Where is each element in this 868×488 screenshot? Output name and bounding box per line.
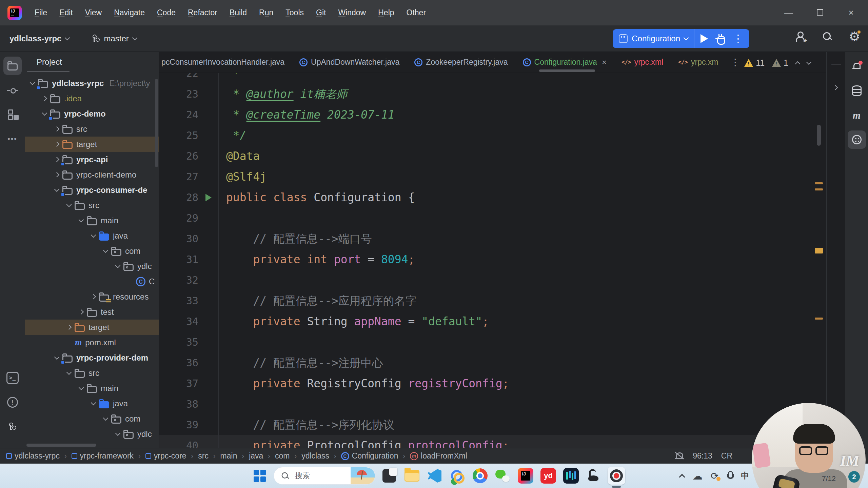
- tree-row-resources[interactable]: resources: [25, 289, 159, 304]
- taskbar-app-wechat[interactable]: [494, 467, 512, 485]
- project-selector[interactable]: ydlclass-yrpc: [5, 30, 74, 47]
- taskbar-app-snip[interactable]: [380, 467, 398, 485]
- breadcrumb-item-ydlclass-yrpc[interactable]: ydlclass-yrpc: [6, 451, 60, 461]
- chevron-down-icon[interactable]: [79, 217, 84, 222]
- taskbar-app-start[interactable]: [251, 467, 269, 485]
- tab-list-more-icon[interactable]: ⋮: [731, 57, 740, 68]
- chevron-right-icon[interactable]: [54, 157, 60, 162]
- menu-item-code[interactable]: Code: [157, 8, 176, 17]
- chevron-down-icon[interactable]: [66, 369, 72, 375]
- stripe-maven-button[interactable]: m: [848, 106, 866, 124]
- tree-row-test[interactable]: test: [25, 304, 159, 320]
- inspections-widget[interactable]: ! 11 ! 1: [744, 58, 811, 68]
- chevron-down-icon[interactable]: [103, 415, 108, 421]
- breadcrumb-item-Configuration[interactable]: CConfiguration: [341, 451, 398, 461]
- editor-tab-UpAndDownWatcher.java[interactable]: CUpAndDownWatcher.java: [292, 52, 407, 73]
- cloud-icon[interactable]: ☁: [692, 470, 703, 482]
- stripe-more-button[interactable]: •••: [3, 130, 22, 148]
- breadcrumb-item-loadFromXml[interactable]: mloadFromXml: [410, 451, 467, 461]
- chevron-right-icon[interactable]: [54, 126, 60, 132]
- breadcrumb-item-java[interactable]: java: [249, 451, 263, 461]
- menu-item-edit[interactable]: Edit: [59, 8, 73, 17]
- editor-tab-yrpc.xml[interactable]: </>yrpc.xml: [614, 52, 671, 73]
- hide-window-icon[interactable]: —: [831, 58, 841, 69]
- chevron-down-icon[interactable]: [91, 400, 96, 405]
- chevron-down-icon[interactable]: [115, 263, 121, 268]
- tab-strip-scrollbar[interactable]: [539, 69, 595, 72]
- tree-row-main[interactable]: main: [25, 381, 159, 396]
- warning-stripe-mark[interactable]: [815, 188, 823, 190]
- chevron-down-icon[interactable]: [115, 430, 121, 436]
- project-tree-hscrollbar[interactable]: [26, 444, 96, 447]
- editor-tab-yrpc.xm[interactable]: </>yrpc.xm: [671, 52, 726, 73]
- vcs-branch-widget[interactable]: master: [87, 30, 141, 47]
- menu-item-navigate[interactable]: Navigate: [114, 8, 145, 17]
- menu-item-help[interactable]: Help: [378, 8, 394, 17]
- editor-tab-pcConsumerInvocationHandler.java[interactable]: pcConsumerInvocationHandler.java: [159, 52, 292, 73]
- taskbar-app-waves[interactable]: [562, 467, 580, 485]
- caret-position-label[interactable]: 96:13: [693, 451, 712, 461]
- tree-row-src[interactable]: src: [25, 198, 159, 213]
- ime-language-indicator[interactable]: 中: [741, 470, 749, 481]
- tree-row-ydlc[interactable]: ydlc: [25, 259, 159, 274]
- taskbar-app-chrome[interactable]: [471, 467, 489, 485]
- taskbar-app-swan[interactable]: [585, 467, 603, 485]
- chevron-down-icon[interactable]: [54, 186, 60, 192]
- taskbar-app-recorder[interactable]: [608, 467, 625, 485]
- tree-row-yrpc-api[interactable]: yrpc-api: [25, 152, 159, 167]
- search-everywhere-button[interactable]: [821, 30, 833, 43]
- chevron-down-icon[interactable]: [42, 110, 47, 116]
- chevron-right-icon[interactable]: [79, 309, 84, 315]
- taskbar-app-youdao[interactable]: yd: [539, 467, 557, 485]
- stripe-database-button[interactable]: [848, 82, 866, 100]
- project-panel-header[interactable]: Project: [25, 52, 159, 72]
- window-minimize-button[interactable]: —: [782, 7, 795, 18]
- run-line-icon[interactable]: [205, 194, 212, 201]
- next-problem-icon[interactable]: [806, 59, 812, 65]
- debug-button[interactable]: [714, 29, 731, 48]
- tree-row-com[interactable]: com: [25, 411, 159, 426]
- warning-stripe-mark[interactable]: [815, 248, 823, 253]
- microphone-icon[interactable]: [727, 471, 733, 481]
- breadcrumb-item-yrpc-core[interactable]: yrpc-core: [145, 451, 186, 461]
- run-more-button[interactable]: ⋮: [731, 29, 749, 48]
- tree-row-C[interactable]: CC: [25, 274, 159, 289]
- tree-row-src[interactable]: src: [25, 365, 159, 381]
- chevron-down-icon[interactable]: [79, 385, 84, 390]
- chevron-right-icon[interactable]: [91, 294, 96, 300]
- menu-item-run[interactable]: Run: [259, 8, 273, 17]
- line-ending-label[interactable]: CR: [721, 451, 732, 461]
- menu-item-refactor[interactable]: Refactor: [188, 8, 217, 17]
- menu-item-tools[interactable]: Tools: [285, 8, 304, 17]
- menu-item-git[interactable]: Git: [316, 8, 326, 17]
- breadcrumb-item-src[interactable]: src: [198, 451, 209, 461]
- chevron-down-icon[interactable]: [30, 80, 35, 85]
- chevron-right-icon[interactable]: [42, 96, 47, 101]
- tree-row-yrpc-demo[interactable]: yrpc-demo: [25, 106, 159, 121]
- tree-row-java[interactable]: java: [25, 396, 159, 411]
- chevron-up-icon[interactable]: [679, 474, 685, 480]
- warning-stripe-mark[interactable]: [815, 318, 823, 320]
- warning-stripe-mark[interactable]: [815, 182, 823, 184]
- tree-row-target[interactable]: target: [25, 320, 159, 335]
- run-configuration-selector[interactable]: Configuration: [613, 29, 694, 48]
- tree-row-ydlclass-yrpc[interactable]: ydlclass-yrpcE:\project\y: [25, 76, 159, 91]
- breadcrumb-item-main[interactable]: main: [220, 451, 237, 461]
- chevron-down-icon[interactable]: [91, 232, 96, 238]
- expand-right-icon[interactable]: [833, 85, 838, 90]
- chevron-right-icon[interactable]: [54, 172, 60, 178]
- tree-row-src[interactable]: src: [25, 121, 159, 137]
- stripe-commit-button[interactable]: [3, 81, 22, 99]
- menu-item-file[interactable]: File: [35, 8, 47, 17]
- editor-scrollbar-thumb[interactable]: [817, 125, 821, 146]
- taskbar-app-explorer[interactable]: [403, 467, 421, 485]
- notification-count-badge[interactable]: 2: [848, 471, 860, 483]
- taskbar-date[interactable]: 7/12: [822, 474, 836, 483]
- search-daily-image[interactable]: [351, 467, 375, 485]
- menu-item-view[interactable]: View: [85, 8, 102, 17]
- notifications-muted-icon[interactable]: [675, 452, 684, 461]
- taskbar-app-vscode[interactable]: [426, 467, 443, 485]
- stripe-project-button[interactable]: [3, 57, 22, 75]
- window-maximize-button[interactable]: [813, 7, 827, 18]
- taskbar-search-input[interactable]: 搜索: [274, 467, 375, 485]
